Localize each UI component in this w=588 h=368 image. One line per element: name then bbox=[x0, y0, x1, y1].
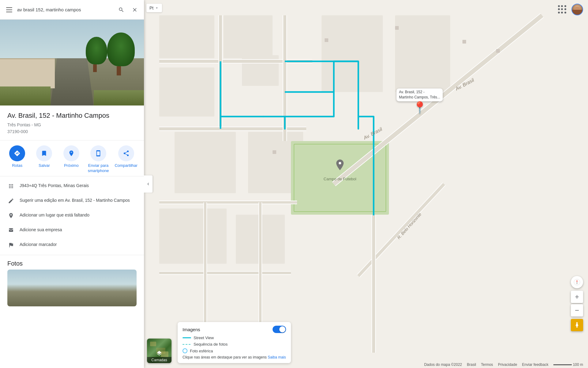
scale-label: 100 m bbox=[573, 362, 583, 367]
scale-bar: 100 m bbox=[553, 362, 583, 367]
privacidade-link[interactable]: Privacidade bbox=[498, 362, 517, 367]
suggest-edit-text: Sugerir uma edição em Av. Brasil, 152 - … bbox=[20, 197, 130, 204]
search-input-wrap bbox=[17, 7, 113, 13]
add-marker-text: Adicionar marcador bbox=[20, 241, 57, 248]
collapse-sidebar-button[interactable] bbox=[144, 175, 153, 193]
svg-point-1 bbox=[10, 184, 11, 185]
rotas-button[interactable]: Rotas bbox=[6, 145, 28, 174]
images-panel: Imagens Street View Sequência de fotos F… bbox=[178, 322, 291, 363]
place-info: Av. Brasil, 152 - Martinho Campos Três P… bbox=[0, 105, 144, 140]
pegman-button[interactable] bbox=[571, 319, 583, 331]
images-toggle[interactable] bbox=[273, 326, 286, 333]
svg-rect-18 bbox=[159, 209, 227, 264]
brasil-link[interactable]: Brasil bbox=[467, 362, 476, 367]
suggest-edit-row[interactable]: Sugerir uma edição em Av. Brasil, 152 - … bbox=[0, 194, 144, 208]
svg-point-6 bbox=[9, 187, 10, 188]
layers-label: Camadas bbox=[147, 357, 172, 363]
apps-button[interactable] bbox=[557, 4, 568, 15]
street-view-label: Street View bbox=[194, 335, 214, 340]
place-subtitle-line1: Três Pontas - MG bbox=[7, 121, 137, 128]
street-view-line bbox=[183, 337, 191, 338]
proximo-label: Próximo bbox=[64, 163, 79, 168]
photo-sequence-legend: Sequência de fotos bbox=[183, 342, 286, 347]
clear-button[interactable] bbox=[129, 4, 140, 15]
add-business-row[interactable]: Adicione sua empresa bbox=[0, 223, 144, 238]
smartphone-button[interactable]: Enviar para smartphone bbox=[88, 145, 109, 174]
compass-button[interactable] bbox=[571, 276, 583, 288]
proximo-button[interactable]: Próximo bbox=[61, 145, 82, 174]
flag-icon bbox=[7, 241, 15, 249]
chevron-left-icon bbox=[146, 182, 151, 186]
avatar-image bbox=[572, 4, 582, 15]
grid-icon bbox=[7, 182, 15, 190]
search-bar bbox=[0, 0, 144, 20]
map-controls bbox=[571, 276, 583, 331]
map-area[interactable]: Av. Brasil Av. Brasil R. Belo Horizonte … bbox=[144, 0, 588, 368]
zoom-out-icon bbox=[574, 307, 580, 313]
copyright-text: Dados do mapa ©2022 bbox=[424, 362, 462, 367]
salvar-label: Salvar bbox=[39, 163, 50, 168]
add-place-row[interactable]: Adicionar um lugar que está faltando bbox=[0, 208, 144, 223]
photo-sequence-label: Sequência de fotos bbox=[194, 342, 228, 347]
zoom-in-button[interactable] bbox=[571, 291, 583, 303]
toggle-knob bbox=[279, 326, 285, 332]
pegman-icon bbox=[574, 322, 580, 328]
plus-code-row[interactable]: J943+4Q Três Pontas, Minas Gerais bbox=[0, 179, 144, 194]
add-place-text: Adicionar um lugar que está faltando bbox=[20, 212, 89, 218]
search-input[interactable] bbox=[17, 7, 113, 12]
svg-text:Campo de Futebol: Campo de Futebol bbox=[324, 177, 356, 181]
compass-icon bbox=[573, 278, 581, 286]
top-right-controls bbox=[552, 0, 588, 19]
salvar-button[interactable]: Salvar bbox=[33, 145, 55, 174]
scale-line bbox=[553, 364, 572, 365]
spherical-photo-label: Foto esférica bbox=[190, 349, 213, 353]
action-buttons: Rotas Salvar Próximo bbox=[0, 140, 144, 176]
svg-rect-14 bbox=[322, 15, 383, 92]
street-view-legend: Street View bbox=[183, 335, 286, 340]
svg-rect-45 bbox=[395, 26, 399, 30]
plus-code-text: J943+4Q Três Pontas, Minas Gerais bbox=[20, 182, 89, 189]
svg-point-4 bbox=[10, 186, 11, 186]
layers-button[interactable]: Camadas bbox=[147, 339, 172, 363]
svg-point-0 bbox=[9, 184, 10, 185]
salvar-icon-circle bbox=[36, 145, 52, 161]
business-add-icon bbox=[7, 227, 15, 234]
layers-panel: Camadas bbox=[147, 339, 172, 363]
add-marker-row[interactable]: Adicionar marcador bbox=[0, 238, 144, 252]
photos-heading: Fotos bbox=[0, 255, 144, 270]
photo-sequence-line bbox=[183, 344, 191, 345]
svg-point-58 bbox=[339, 162, 341, 164]
location-marker[interactable]: Av. Brasil, 152 - Martinho Campos, Três.… bbox=[397, 88, 443, 113]
zoom-in-icon bbox=[574, 294, 580, 300]
layers-icon bbox=[156, 350, 162, 356]
place-title: Av. Brasil, 152 - Martinho Campos bbox=[7, 112, 137, 120]
svg-rect-47 bbox=[496, 49, 500, 53]
map-svg: Av. Brasil Av. Brasil R. Belo Horizonte … bbox=[144, 0, 588, 368]
spherical-photo-legend: Foto esférica bbox=[183, 348, 286, 353]
sidebar: Av. Brasil, 152 - Martinho Campos Três P… bbox=[0, 0, 144, 368]
images-panel-title: Imagens bbox=[183, 327, 200, 332]
svg-point-8 bbox=[12, 187, 13, 188]
saiba-mais-link[interactable]: Saiba mais bbox=[268, 355, 286, 359]
compartilhar-button[interactable]: Compartilhar bbox=[115, 145, 137, 174]
language-label: Pt bbox=[149, 6, 153, 10]
images-panel-header: Imagens bbox=[183, 326, 286, 333]
feedback-link[interactable]: Enviar feedback bbox=[522, 362, 548, 367]
edit-icon bbox=[7, 197, 15, 205]
user-avatar[interactable] bbox=[571, 4, 583, 15]
zoom-out-button[interactable] bbox=[571, 304, 583, 316]
svg-rect-48 bbox=[273, 150, 276, 154]
search-button[interactable] bbox=[116, 4, 127, 15]
legend-rows: Street View Sequência de fotos Foto esfé… bbox=[183, 335, 286, 353]
photos-area[interactable] bbox=[0, 270, 144, 311]
svg-point-7 bbox=[10, 187, 11, 188]
svg-point-62 bbox=[576, 322, 578, 324]
svg-rect-44 bbox=[325, 38, 328, 42]
red-pin-icon: 📍 bbox=[413, 102, 427, 113]
language-selector[interactable]: Pt bbox=[146, 4, 162, 12]
termos-link[interactable]: Termos bbox=[481, 362, 493, 367]
svg-point-3 bbox=[9, 186, 10, 186]
street-view-image[interactable] bbox=[0, 20, 144, 105]
menu-icon[interactable] bbox=[4, 4, 15, 15]
images-info-text: Clique nas áreas em destaque para ver as… bbox=[183, 355, 286, 359]
